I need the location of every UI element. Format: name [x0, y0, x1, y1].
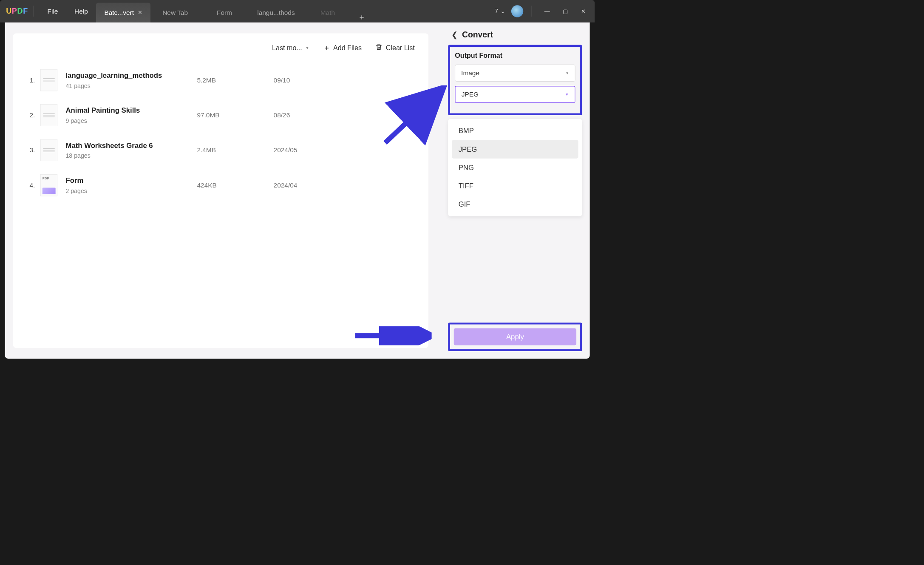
- file-size: 5.2MB: [197, 77, 273, 84]
- output-format-label: Output Format: [455, 52, 575, 60]
- output-format-section: Output Format Image ▼ JPEG ▼: [448, 45, 582, 115]
- format-option-bmp[interactable]: BMP: [452, 122, 578, 140]
- sort-dropdown[interactable]: Last mo... ▼: [272, 44, 309, 52]
- file-thumbnail: [40, 104, 57, 126]
- format-option-png[interactable]: PNG: [452, 159, 578, 177]
- caret-down-icon: ▼: [565, 71, 569, 75]
- tab-label: Math: [320, 9, 335, 17]
- avatar[interactable]: [511, 5, 523, 17]
- convert-panel: ❮ Convert Output Format Image ▼ JPEG ▼ B…: [445, 23, 590, 359]
- tab-label: Batc...vert: [104, 9, 134, 17]
- file-row[interactable]: 1. language_learning_methods 41 pages 5.…: [24, 62, 417, 97]
- file-thumbnail: [40, 139, 57, 161]
- file-date: 08/26: [274, 111, 290, 119]
- main-panel: Last mo... ▼ ＋ Add Files Clear List: [5, 23, 445, 359]
- file-name: Animal Painting Skills: [65, 106, 197, 114]
- file-row[interactable]: 3. Math Worksheets Grade 6 18 pages 2.4M…: [24, 133, 417, 168]
- app-logo: UPDF: [6, 7, 28, 16]
- content-area: Last mo... ▼ ＋ Add Files Clear List: [5, 23, 590, 359]
- caret-down-icon: ▼: [565, 92, 569, 97]
- file-index: 2.: [24, 111, 41, 119]
- back-icon[interactable]: ❮: [451, 30, 458, 39]
- file-thumbnail: [40, 69, 57, 91]
- menu-file[interactable]: File: [39, 7, 66, 15]
- trash-icon: [375, 43, 383, 52]
- file-date: 09/10: [274, 77, 290, 84]
- titlebar: UPDF File Help Batc...vert ✕ New Tab For…: [0, 0, 595, 23]
- file-row[interactable]: 4. Form 2 pages 424KB 2024/04: [24, 168, 417, 203]
- file-list-card: Last mo... ▼ ＋ Add Files Clear List: [13, 34, 428, 348]
- divider: [34, 6, 34, 17]
- file-date: 2024/04: [274, 182, 298, 189]
- file-pages: 41 pages: [65, 82, 197, 89]
- tab-label: langu...thods: [257, 9, 295, 17]
- minimize-button[interactable]: —: [539, 4, 556, 18]
- file-index: 3.: [24, 146, 41, 154]
- caret-down-icon: ▼: [305, 46, 309, 50]
- apply-button[interactable]: Apply: [454, 328, 576, 345]
- panel-title: Convert: [462, 30, 493, 40]
- apply-section: Apply: [448, 323, 582, 351]
- format-option-tiff[interactable]: TIFF: [452, 177, 578, 195]
- tab-strip: Batc...vert ✕ New Tab Form langu...thods…: [96, 0, 491, 23]
- file-thumbnail: [40, 174, 57, 196]
- maximize-button[interactable]: ▢: [557, 4, 573, 18]
- file-toolbar: Last mo... ▼ ＋ Add Files Clear List: [13, 34, 428, 63]
- menu-help[interactable]: Help: [66, 7, 96, 15]
- new-tab-button[interactable]: ＋: [352, 12, 371, 22]
- tab-label: New Tab: [162, 9, 188, 17]
- file-name: language_learning_methods: [65, 71, 197, 79]
- tab-form[interactable]: Form: [200, 3, 249, 22]
- close-icon[interactable]: ✕: [138, 9, 142, 16]
- divider: [532, 6, 532, 17]
- file-size: 2.4MB: [197, 146, 273, 154]
- format-dropdown: BMP JPEG PNG TIFF GIF: [448, 119, 582, 216]
- tab-math[interactable]: Math: [303, 3, 352, 22]
- file-row[interactable]: 2. Animal Painting Skills 9 pages 97.0MB…: [24, 98, 417, 133]
- panel-header: ❮ Convert: [448, 28, 582, 45]
- file-name: Math Worksheets Grade 6: [65, 141, 197, 150]
- format-type-select[interactable]: JPEG ▼: [455, 86, 575, 103]
- plus-icon: ＋: [323, 43, 330, 53]
- file-name: Form: [65, 176, 197, 185]
- format-category-select[interactable]: Image ▼: [455, 65, 575, 82]
- tab-label: Form: [217, 9, 232, 17]
- file-index: 4.: [24, 182, 41, 189]
- tab-batch-convert[interactable]: Batc...vert ✕: [96, 3, 150, 22]
- file-pages: 2 pages: [65, 187, 197, 195]
- add-files-button[interactable]: ＋ Add Files: [323, 43, 362, 53]
- chevron-down-icon: ⌄: [500, 8, 505, 15]
- file-size: 424KB: [197, 182, 273, 189]
- tab-new-tab[interactable]: New Tab: [150, 3, 200, 22]
- tab-language-methods[interactable]: langu...thods: [249, 3, 303, 22]
- file-pages: 9 pages: [65, 117, 197, 125]
- format-option-gif[interactable]: GIF: [452, 195, 578, 213]
- close-window-button[interactable]: ✕: [575, 4, 592, 18]
- clear-list-button[interactable]: Clear List: [375, 43, 414, 52]
- file-size: 97.0MB: [197, 111, 273, 119]
- file-list: 1. language_learning_methods 41 pages 5.…: [13, 62, 428, 203]
- file-pages: 18 pages: [65, 152, 197, 159]
- window-controls: 7 ⌄ — ▢ ✕: [491, 4, 595, 18]
- file-date: 2024/05: [274, 146, 298, 154]
- format-option-jpeg[interactable]: JPEG: [452, 140, 578, 159]
- notification-counter[interactable]: 7 ⌄: [491, 6, 508, 16]
- file-index: 1.: [24, 77, 41, 84]
